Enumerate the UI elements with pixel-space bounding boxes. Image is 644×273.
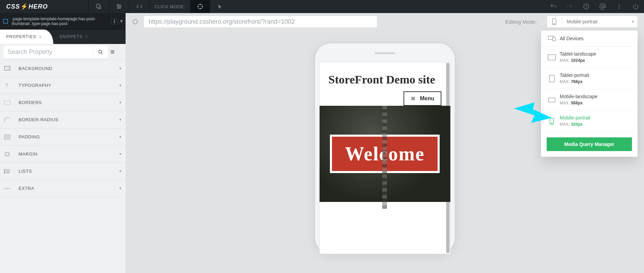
svg-point-18 (4, 169, 5, 170)
background-icon (4, 66, 14, 71)
device-option-tablet-landscape[interactable]: Tablet-landscapeMAX: 1024px (541, 47, 637, 68)
chevron-down-icon: ▾ (119, 152, 121, 156)
svg-rect-28 (552, 37, 555, 41)
at-sign-button[interactable] (594, 0, 611, 13)
svg-point-23 (9, 188, 10, 189)
svg-rect-31 (548, 98, 555, 102)
chevron-down-icon: ▾ (119, 135, 121, 139)
svg-point-22 (7, 188, 8, 189)
svg-point-11 (98, 50, 101, 53)
prop-group-background[interactable]: BACKGROUND▾ (0, 60, 126, 77)
svg-point-24 (133, 19, 137, 24)
site-menu-button[interactable]: Menu (404, 91, 441, 106)
svg-rect-13 (4, 101, 10, 105)
click-mode-cursor-button[interactable] (210, 0, 230, 13)
svg-point-19 (4, 171, 5, 171)
preview-url-field[interactable]: https://playground.csshero.org/storefron… (143, 15, 377, 28)
svg-rect-15 (6, 136, 9, 138)
mobile-portrait-icon (547, 118, 557, 125)
phone-icon (547, 18, 562, 25)
code-view-button[interactable] (129, 0, 149, 13)
margin-icon (4, 152, 14, 157)
device-option-mobile-landscape[interactable]: Mobile-landscapeMAX: 568px (541, 89, 637, 111)
selector-target[interactable]: .page-template-template-homepage.has-pos… (0, 13, 126, 30)
editing-mode-select[interactable]: Mobile-portrait ▾ (547, 15, 638, 28)
chevron-down-icon: ▾ (629, 20, 637, 24)
svg-point-8 (619, 6, 620, 7)
history-button[interactable] (578, 0, 594, 13)
svg-point-6 (602, 5, 604, 8)
device-option-tablet-portrait[interactable]: Tablet-portraitMAX: 768px (541, 68, 637, 89)
prop-group-extra[interactable]: EXTRA▾ (0, 180, 126, 197)
prop-group-borders[interactable]: BORDERS▾ (0, 94, 126, 111)
power-button[interactable] (627, 0, 644, 13)
svg-point-9 (619, 8, 620, 9)
search-property-input[interactable] (3, 46, 93, 58)
selector-count: 1 (111, 18, 118, 24)
chevron-down-icon[interactable]: ▾ (120, 18, 126, 24)
selector-text: .page-template-template-homepage.has-pos… (10, 14, 111, 28)
svg-point-3 (118, 8, 119, 9)
padding-icon (4, 135, 14, 139)
borders-icon (4, 100, 14, 105)
border-radius-icon (4, 117, 14, 123)
hamburger-icon (410, 96, 416, 101)
panel-menu-button[interactable] (110, 49, 122, 54)
crosshair-icon[interactable] (132, 18, 139, 25)
app-logo: CSS⚡HERO (0, 3, 54, 10)
prop-group-border-radius[interactable]: BORDER-RADIUS▾ (0, 111, 126, 128)
svg-point-20 (4, 172, 5, 173)
more-menu-button[interactable] (611, 0, 627, 13)
click-mode-crosshair-button[interactable] (190, 0, 210, 13)
extra-icon (4, 187, 14, 190)
svg-rect-10 (3, 19, 8, 23)
svg-rect-29 (548, 55, 556, 60)
tablet-landscape-icon (547, 54, 557, 60)
bolt-icon: ⚡ (20, 3, 29, 10)
device-dropdown: All Devices Tablet-landscapeMAX: 1024px … (541, 30, 638, 157)
svg-point-33 (551, 123, 552, 124)
editing-mode-label: Editing Mode: (505, 19, 537, 25)
chevron-down-icon: ▾ (119, 100, 121, 105)
svg-point-21 (5, 188, 6, 189)
redo-button[interactable] (561, 0, 578, 13)
svg-rect-4 (198, 4, 202, 9)
chevron-down-icon: ▾ (119, 186, 121, 191)
tab-properties[interactable]: PROPERTIES1 (0, 30, 53, 44)
selector-box-icon (0, 19, 10, 24)
svg-point-1 (118, 4, 119, 5)
layout-toggle-button[interactable] (89, 0, 109, 13)
svg-point-26 (554, 23, 555, 24)
svg-point-7 (619, 4, 620, 5)
search-button[interactable] (93, 46, 108, 58)
prop-group-padding[interactable]: PADDING▾ (0, 128, 126, 146)
property-group-list: BACKGROUND▾ TYPOGRAPHY▾ BORDERS▾ BORDER-… (0, 60, 126, 273)
tab-snippets[interactable]: SNIPPETS0 (53, 30, 94, 44)
prop-group-lists[interactable]: LISTS▾ (0, 163, 126, 180)
svg-rect-30 (549, 75, 555, 82)
tablet-portrait-icon (547, 75, 557, 82)
prop-group-typography[interactable]: TYPOGRAPHY▾ (0, 77, 126, 94)
device-option-mobile-portrait[interactable]: Mobile-portraitMAX: 320px (541, 111, 637, 132)
chevron-down-icon: ▾ (119, 169, 121, 173)
svg-rect-0 (97, 4, 99, 8)
mobile-landscape-icon (547, 98, 557, 102)
svg-rect-16 (6, 153, 9, 156)
chevron-down-icon: ▾ (119, 66, 121, 71)
undo-button[interactable] (545, 0, 561, 13)
lists-icon (4, 169, 14, 174)
chevron-down-icon: ▾ (119, 117, 121, 122)
device-option-all[interactable]: All Devices (541, 31, 637, 47)
chevron-down-icon: ▾ (119, 83, 121, 88)
site-title: StoreFront Demo site (329, 72, 441, 87)
settings-sliders-button[interactable] (109, 0, 129, 13)
svg-point-2 (120, 6, 121, 7)
media-query-manager-button[interactable]: Media Query Manager (547, 137, 632, 151)
device-preview: StoreFront Demo site Menu Welcome (314, 43, 455, 254)
typography-icon (4, 83, 14, 88)
click-mode-label: CLICK MODE: (150, 4, 190, 9)
prop-group-margin[interactable]: MARGIN▾ (0, 146, 126, 163)
devices-icon (547, 35, 557, 42)
